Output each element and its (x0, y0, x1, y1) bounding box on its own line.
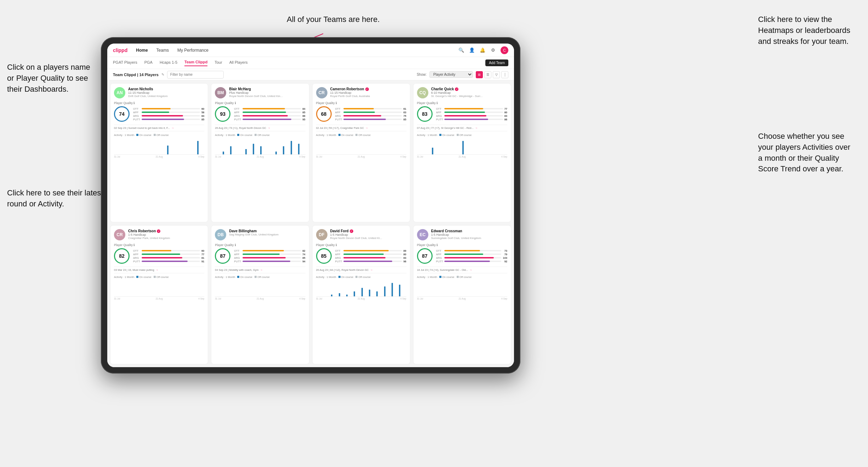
nav-bar: clippd Home Teams My Performance 🔍 👤 🔔 ⚙… (107, 44, 514, 57)
chart-area (316, 138, 406, 155)
player-name[interactable]: Charlie Quick✓ (431, 87, 507, 91)
last-round[interactable]: 26 Aug 23 | 84 (+12), Royal North Devon … (316, 267, 406, 273)
last-round[interactable]: 04 Sep 23 | Mobility with coach, Gym→ (215, 267, 305, 273)
player-name[interactable]: David Ford✓ (330, 229, 406, 233)
last-round[interactable]: 07 Aug 23 | 77 (+7), St George's Hill GC… (417, 125, 507, 131)
quality-score[interactable]: 83 (417, 106, 433, 122)
list-view-icon[interactable]: ☰ (484, 71, 491, 78)
quality-section[interactable]: 87 OTT 73 APP 79 ARG 103 PUTT (417, 248, 507, 264)
settings-icon[interactable]: ⚙ (490, 47, 496, 53)
nav-item-teams[interactable]: Teams (156, 48, 169, 53)
player-name[interactable]: Chris Robertson✓ (128, 229, 204, 233)
quality-score[interactable]: 82 (114, 248, 130, 264)
user-icon[interactable]: 👤 (469, 47, 475, 53)
bell-icon[interactable]: 🔔 (479, 47, 486, 53)
player-club: Drift Golf Club, United Kingdom (128, 95, 204, 98)
quality-section[interactable]: 87 OTT 82 APP 74 ARG 85 PUTT (215, 248, 305, 264)
last-round[interactable]: 03 Mar 23 | 19, Must make putting→ (114, 267, 204, 273)
nav-icons: 🔍 👤 🔔 ⚙ C (458, 46, 508, 54)
quality-score[interactable]: 87 (215, 248, 230, 264)
player-card[interactable]: CR Cameron Robertson✓ 11-15 Handicap Roy… (312, 83, 410, 222)
activity-label: Activity · 1 Month On course Off course (316, 275, 406, 279)
activity-section: Activity · 1 Month On course Off course (417, 133, 507, 158)
quality-score[interactable]: 87 (417, 248, 433, 264)
last-round[interactable]: 02 Sep 23 | Sunset round to get back int… (114, 125, 204, 131)
tab-hcaps[interactable]: Hcaps 1-5 (160, 60, 177, 66)
chart-axis: 31 Jul 21 Aug 4 Sep (316, 297, 406, 300)
player-card[interactable]: EC Edward Crossman 1-5 Handicap Sunningd… (413, 225, 511, 364)
chart-area (114, 138, 204, 155)
player-card[interactable]: CR Chris Robertson✓ 1-5 Handicap Craigmi… (110, 225, 208, 364)
quality-section[interactable]: 74 OTT 60 APP 58 ARG 84 PUTT (114, 106, 204, 122)
nav-item-performance[interactable]: My Performance (177, 48, 209, 53)
player-name[interactable]: Cameron Robertson✓ (330, 87, 406, 91)
activity-section: Activity · 1 Month On course Off course (215, 275, 305, 300)
activity-label: Activity · 1 Month On course Off course (417, 133, 507, 137)
activity-label: Activity · 1 Month On course Off course (316, 133, 406, 137)
tab-tour[interactable]: Tour (215, 60, 222, 66)
search-icon[interactable]: 🔍 (458, 47, 464, 53)
verified-badge: ✓ (350, 229, 353, 233)
stats-grid: OTT 84 APP 85 ARG 88 PUTT 95 (234, 107, 305, 121)
tab-pgat[interactable]: PGAT Players (113, 60, 137, 66)
activity-section: Activity · 1 Month On course Off course (316, 133, 406, 158)
edit-icon[interactable]: ✎ (161, 73, 164, 76)
player-card[interactable]: DB Dave Billingham Sag Maging Golf Club,… (211, 225, 309, 364)
tab-pga[interactable]: PGA (144, 60, 153, 66)
player-info: Edward Crossman 1-5 Handicap Sunningdale… (431, 229, 507, 240)
player-card[interactable]: DF David Ford✓ 1-5 Handicap Royal North … (312, 225, 410, 364)
quality-label: Player Quality ℹ (114, 243, 204, 247)
quality-score[interactable]: 74 (114, 106, 130, 122)
activity-section: Activity · 1 Month On course Off course (215, 133, 305, 158)
view-icons: ⊞ ☰ ▽ ┊ (476, 71, 508, 78)
chart-axis: 31 Jul 21 Aug 4 Sep (114, 155, 204, 158)
quality-score[interactable]: 85 (316, 248, 332, 264)
player-header: CR Chris Robertson✓ 1-5 Handicap Craigmi… (114, 229, 204, 240)
activity-section: Activity · 1 Month On course Off course (114, 133, 204, 158)
annotation-right-2: Choose whether you see your players Acti… (758, 131, 850, 175)
ipad-frame: clippd Home Teams My Performance 🔍 👤 🔔 ⚙… (101, 37, 520, 374)
quality-section[interactable]: 85 OTT 89 APP 80 ARG 83 PUTT (316, 248, 406, 264)
column-icon[interactable]: ┊ (501, 71, 508, 78)
player-name[interactable]: Blair McHarg (229, 87, 305, 91)
player-header: DB Dave Billingham Sag Maging Golf Club,… (215, 229, 305, 240)
avatar-icon[interactable]: C (501, 46, 508, 54)
chart-bars (114, 138, 204, 154)
last-round[interactable]: 18 Jul 23 | 74 (+4), Sunningdale GC - Ol… (417, 267, 507, 273)
chart-axis: 31 Jul 21 Aug 4 Sep (316, 155, 406, 158)
player-club: Royal Perth Golf Club, Australia (330, 95, 406, 98)
last-round[interactable]: 26 Aug 23 | 73 (+1), Royal North Devon G… (215, 125, 305, 131)
show-label: Show: (417, 73, 427, 76)
player-card[interactable]: AN Aaron Nicholls 11-15 Handicap Drift G… (110, 83, 208, 222)
player-info: Chris Robertson✓ 1-5 Handicap Craigmilla… (128, 229, 204, 240)
add-team-button[interactable]: Add Team (485, 59, 508, 66)
quality-section[interactable]: 83 OTT 77 APP 80 ARG 83 PUTT (417, 106, 507, 122)
tab-team-clippd[interactable]: Team Clippd (184, 60, 207, 66)
player-name[interactable]: Aaron Nicholls (128, 87, 204, 91)
tab-all-players[interactable]: All Players (229, 60, 248, 66)
verified-badge: ✓ (157, 229, 160, 233)
verified-badge: ✓ (455, 87, 458, 91)
search-input[interactable] (167, 71, 224, 79)
quality-section[interactable]: 82 OTT 60 APP 77 ARG 81 PUTT (114, 248, 204, 264)
quality-section[interactable]: 68 OTT 61 APP 63 ARG 75 PUTT (316, 106, 406, 122)
last-round[interactable]: 02 Jul 23 | 59 (+17), Craigmillar Park G… (316, 125, 406, 131)
nav-item-home[interactable]: Home (136, 48, 148, 53)
chart-bars (417, 138, 507, 154)
quality-score[interactable]: 68 (316, 106, 332, 122)
quality-score[interactable]: 93 (215, 106, 230, 122)
player-name[interactable]: Edward Crossman (431, 229, 507, 233)
quality-section[interactable]: 93 OTT 84 APP 85 ARG 88 PUTT (215, 106, 305, 122)
player-card[interactable]: BM Blair McHarg Plus Handicap Royal Nort… (211, 83, 309, 222)
filter-icon[interactable]: ▽ (493, 71, 500, 78)
grid-view-icon[interactable]: ⊞ (476, 71, 483, 78)
player-name[interactable]: Dave Billingham (229, 229, 305, 233)
quality-label: Player Quality ℹ (417, 243, 507, 247)
chart-bars (417, 280, 507, 296)
player-avatar: CR (316, 87, 327, 98)
player-avatar: EC (417, 229, 428, 240)
player-avatar: BM (215, 87, 226, 98)
player-card[interactable]: CQ Charlie Quick✓ 6-10 Handicap St. Geor… (413, 83, 511, 222)
chart-axis: 31 Jul 21 Aug 4 Sep (114, 297, 204, 300)
show-select[interactable]: Player Activity Quality Score Trend (429, 71, 473, 78)
